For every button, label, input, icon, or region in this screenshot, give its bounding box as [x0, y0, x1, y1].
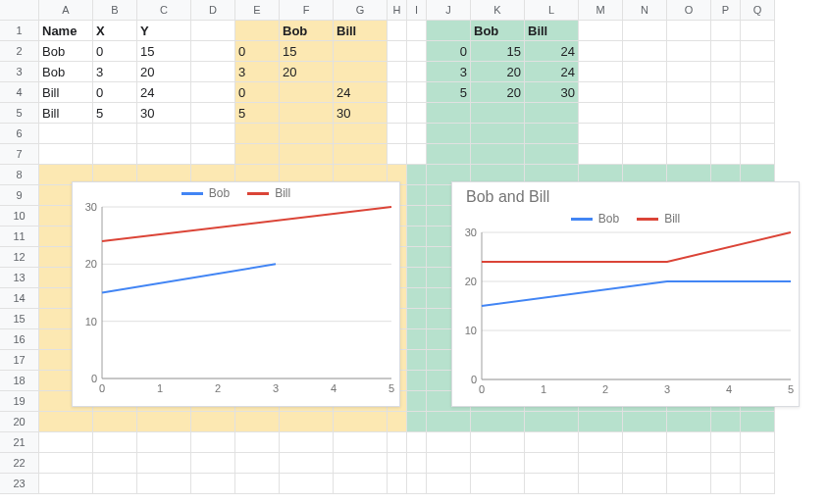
cell[interactable]: 0 [427, 41, 471, 62]
cell[interactable] [280, 82, 334, 103]
cell[interactable] [579, 41, 623, 62]
cell[interactable] [235, 412, 280, 432]
cell[interactable] [280, 453, 334, 474]
cell[interactable]: Bob [39, 41, 93, 62]
cell[interactable] [471, 432, 525, 453]
cell[interactable] [471, 103, 525, 124]
cell[interactable] [741, 144, 775, 165]
cell[interactable] [711, 474, 741, 494]
cell[interactable] [711, 412, 741, 432]
cell[interactable] [407, 21, 427, 41]
cell[interactable]: 30 [137, 103, 191, 124]
cell[interactable] [525, 432, 579, 453]
cell[interactable] [623, 103, 667, 124]
cell[interactable] [407, 227, 427, 247]
cell[interactable] [579, 453, 623, 474]
cell[interactable] [407, 144, 427, 165]
cell[interactable] [39, 124, 93, 144]
cell[interactable] [137, 453, 191, 474]
cell[interactable] [407, 329, 427, 350]
cell[interactable] [388, 41, 407, 62]
cell[interactable] [667, 124, 711, 144]
cell[interactable] [388, 21, 407, 41]
cell[interactable]: 3 [93, 62, 137, 82]
cell[interactable] [471, 412, 525, 432]
cell[interactable] [579, 432, 623, 453]
cell[interactable] [525, 124, 579, 144]
chart-right[interactable]: Bob and Bill Bob Bill 0102030012345 [451, 181, 800, 407]
cell[interactable] [280, 124, 334, 144]
cell[interactable] [623, 82, 667, 103]
cell[interactable] [334, 453, 388, 474]
cell[interactable] [388, 453, 407, 474]
cell[interactable] [407, 41, 427, 62]
cell[interactable] [137, 144, 191, 165]
cell[interactable] [579, 21, 623, 41]
cell[interactable] [407, 309, 427, 329]
cell[interactable] [191, 453, 235, 474]
cell[interactable] [388, 103, 407, 124]
cell[interactable]: Bill [39, 82, 93, 103]
cell[interactable] [39, 144, 93, 165]
cell[interactable]: 0 [93, 41, 137, 62]
cell[interactable] [711, 21, 741, 41]
cell[interactable]: 3 [235, 62, 280, 82]
cell[interactable] [191, 432, 235, 453]
cell[interactable] [407, 268, 427, 288]
cell[interactable] [334, 474, 388, 494]
cell[interactable] [407, 62, 427, 82]
cell[interactable] [388, 62, 407, 82]
cell[interactable] [407, 103, 427, 124]
cell[interactable] [137, 412, 191, 432]
cell[interactable]: 0 [235, 82, 280, 103]
cell[interactable] [388, 474, 407, 494]
cell[interactable] [741, 474, 775, 494]
cell[interactable] [711, 62, 741, 82]
cell[interactable] [235, 474, 280, 494]
cell[interactable] [667, 41, 711, 62]
cell[interactable] [407, 371, 427, 391]
cell[interactable]: 24 [525, 62, 579, 82]
cell[interactable] [741, 412, 775, 432]
cell[interactable] [667, 453, 711, 474]
cell[interactable] [388, 144, 407, 165]
cell[interactable] [137, 432, 191, 453]
cell[interactable] [407, 247, 427, 268]
cell[interactable] [407, 432, 427, 453]
cell[interactable] [741, 124, 775, 144]
cell[interactable] [407, 453, 427, 474]
cell[interactable] [407, 391, 427, 412]
cell[interactable]: 24 [525, 41, 579, 62]
cell[interactable] [93, 412, 137, 432]
cell[interactable] [407, 82, 427, 103]
cell[interactable] [427, 103, 471, 124]
cell[interactable] [334, 432, 388, 453]
cell[interactable] [427, 412, 471, 432]
cell[interactable] [39, 474, 93, 494]
cell[interactable]: 30 [334, 103, 388, 124]
cell[interactable] [579, 124, 623, 144]
cell[interactable] [667, 82, 711, 103]
cell[interactable] [711, 432, 741, 453]
cell[interactable] [191, 21, 235, 41]
cell[interactable] [39, 412, 93, 432]
cell[interactable] [579, 474, 623, 494]
cell[interactable] [711, 144, 741, 165]
cell[interactable] [191, 103, 235, 124]
cell[interactable] [579, 144, 623, 165]
cell[interactable]: Bob [280, 21, 334, 41]
cell[interactable]: Bill [334, 21, 388, 41]
cell[interactable] [711, 124, 741, 144]
cell[interactable]: 20 [280, 62, 334, 82]
cell[interactable]: 20 [137, 62, 191, 82]
cell[interactable]: 5 [93, 103, 137, 124]
cell[interactable] [388, 82, 407, 103]
cell[interactable] [191, 124, 235, 144]
cell[interactable] [235, 144, 280, 165]
cell[interactable] [623, 432, 667, 453]
cell[interactable] [623, 41, 667, 62]
cell[interactable] [191, 144, 235, 165]
cell[interactable]: 30 [525, 82, 579, 103]
cell[interactable] [579, 103, 623, 124]
cell[interactable]: 3 [427, 62, 471, 82]
